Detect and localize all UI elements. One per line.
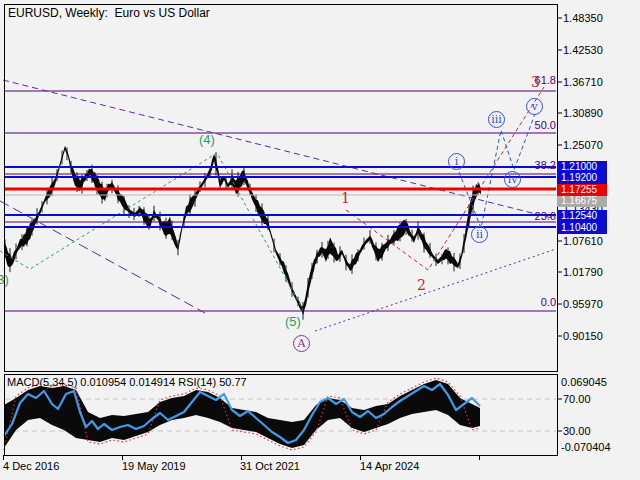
descending-channel-lower	[0, 201, 205, 313]
wave-label-red: 2	[417, 277, 426, 293]
y-tick: 1.07610	[563, 235, 603, 247]
wave-label-green: (5)	[285, 314, 301, 329]
fib-label: 38.2	[514, 159, 556, 171]
indicator-label: MACD(5,34,5) 0.010954 0.014914 RSI(14) 5…	[7, 376, 247, 388]
wave-label-red: 1	[341, 190, 350, 206]
x-date-label: 19 May 2019	[122, 460, 186, 472]
sub-tick: 70.00	[563, 393, 591, 405]
wave-label-green: (4)	[199, 132, 215, 147]
x-date-label: 4 Dec 2016	[3, 460, 59, 472]
level-badge: 1.12540	[557, 210, 607, 222]
chart-window: EURUSD, Weekly: Euro vs US Dollar MACD(5…	[0, 0, 640, 480]
fib-label: 23.6	[514, 210, 556, 222]
x-date-label: 14 Apr 2024	[360, 460, 419, 472]
wave-label-ii: ii	[471, 226, 488, 243]
bid-price-badge: 1.16675	[557, 195, 607, 207]
sub-tick: 30.00	[563, 425, 591, 437]
level-badge-red: 1.17255	[557, 184, 607, 196]
y-tick: 1.42530	[563, 44, 603, 56]
wave-label-green: (3)	[0, 272, 9, 287]
wave-label-A: A	[293, 335, 310, 352]
wave-label-iv: iv	[504, 171, 521, 188]
y-tick: 1.25070	[563, 139, 603, 151]
x-date-label: 31 Oct 2021	[240, 460, 300, 472]
y-tick: 0.90150	[563, 330, 603, 342]
y-tick: 1.01790	[563, 266, 603, 278]
sub-tick: -0.070404	[561, 441, 611, 453]
descending-channel-upper	[3, 80, 556, 219]
level-badge: 1.10400	[557, 222, 607, 234]
fib-label: 50.0	[514, 119, 556, 131]
y-tick: 1.36710	[563, 76, 603, 88]
y-tick: 1.30890	[563, 107, 603, 119]
wave-label-v: v	[526, 98, 543, 115]
chart-canvas[interactable]	[0, 0, 640, 480]
wave-label-red: 3	[531, 74, 540, 90]
sub-tick: 0.069045	[561, 376, 607, 388]
level-badge: 1.19200	[557, 172, 607, 184]
wave-label-iii: iii	[488, 111, 505, 128]
y-tick: 1.48350	[563, 12, 603, 24]
chart-title: EURUSD, Weekly: Euro vs US Dollar	[8, 7, 210, 19]
fib-label: 0.0	[514, 296, 556, 308]
candles	[5, 146, 481, 316]
wave-label-i: i	[448, 153, 465, 170]
y-tick: 0.95970	[563, 298, 603, 310]
